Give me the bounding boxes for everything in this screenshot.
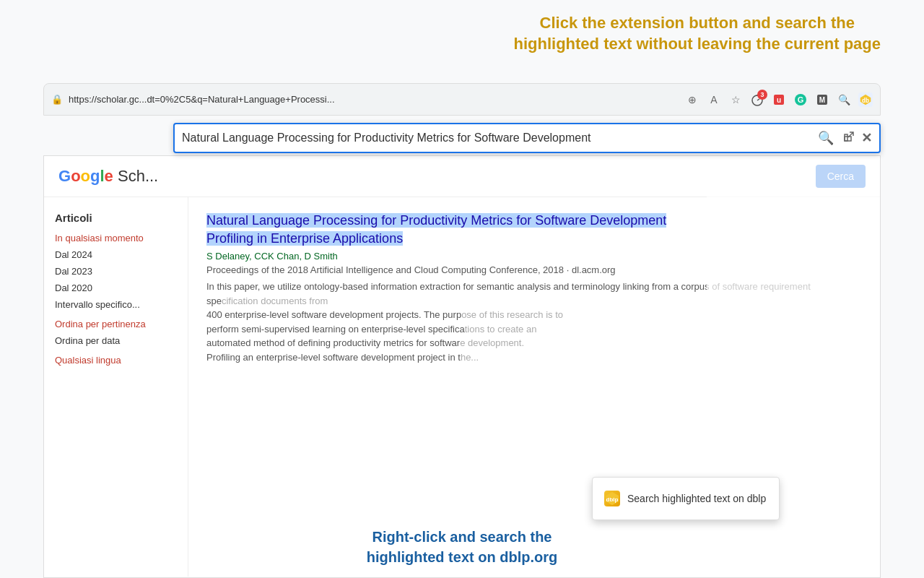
dblp-active-icon[interactable]: db (858, 92, 873, 107)
result-title-link[interactable]: Natural Language Processing for Producti… (206, 213, 666, 246)
result-title-part2: Profiling in Enterprise Applications (206, 231, 403, 246)
sidebar-item-sort-date[interactable]: Ordina per data (55, 335, 177, 346)
section-title: Articoli (55, 212, 177, 224)
read-icon[interactable]: A (707, 92, 721, 107)
external-link-icon[interactable] (842, 130, 855, 146)
snippet-3: perform semi-supervised learning on ente… (206, 324, 465, 335)
lock-icon: 🔒 (51, 94, 63, 105)
bottom-annotation: Right-click and search the highlighted t… (289, 527, 635, 567)
search-submit-icon[interactable]: 🔍 (815, 129, 837, 147)
result-venue-name: Proceedings of the 2018 Artificial Intel… (206, 264, 564, 275)
browser-icons: ⊕ A ☆ 3 u G (685, 92, 873, 107)
context-menu-dblp-item[interactable]: dblp Search highlighted text on dblp (593, 483, 779, 514)
sidebar-item-custom[interactable]: Intervallo specifico... (55, 299, 177, 310)
snippet-5-faded: he... (461, 352, 479, 363)
svg-text:u: u (777, 96, 781, 104)
snippet-4-faded: e development. (460, 337, 524, 348)
bookmark-icon[interactable]: ☆ (728, 92, 743, 107)
browser-chrome: 🔒 https://scholar.gc...dt=0%2C5&q=Natura… (43, 83, 881, 116)
snippet-2-faded: ose of this research is to (461, 309, 563, 320)
sidebar-item-2023[interactable]: Dal 2023 (55, 266, 177, 277)
result-venue-sep: · (567, 264, 572, 275)
url-bar[interactable]: https://scholar.gc...dt=0%2C5&q=Natural+… (69, 94, 679, 105)
timer-extension[interactable]: 3 (750, 92, 764, 107)
snippet-1-faded: cification documents from (222, 296, 328, 306)
context-menu-dblp-label: Search highlighted text on dblp (627, 493, 766, 504)
bottom-annotation-line2: highlighted text on dblp.org (289, 547, 635, 567)
context-menu: dblp Search highlighted text on dblp (592, 477, 780, 520)
momentum-icon[interactable]: M (815, 92, 829, 107)
sidebar-item-anytime[interactable]: In qualsiasi momento (55, 233, 177, 243)
zoom-icon[interactable]: ⊕ (685, 92, 699, 107)
result-title-highlighted: Natural Language Processing for Producti… (206, 213, 666, 228)
sidebar-item-2020[interactable]: Dal 2020 (55, 282, 177, 293)
snippet-5: Profiling an enterprise-level software d… (206, 352, 461, 363)
top-annotation-line2: highlighted text without leaving the cur… (514, 34, 881, 55)
svg-text:G: G (798, 95, 804, 104)
timer-badge: 3 (757, 90, 767, 100)
svg-text:dblp: dblp (606, 496, 619, 503)
top-annotation: Click the extension button and search th… (514, 13, 881, 54)
sidebar-item-sort-relevance[interactable]: Ordina per pertinenza (55, 319, 177, 329)
svg-text:db: db (862, 97, 869, 103)
search-input[interactable] (182, 131, 809, 144)
ublock-icon[interactable]: u (772, 92, 786, 107)
dblp-context-icon: dblp (604, 491, 620, 506)
sidebar-item-2024[interactable]: Dal 2024 (55, 249, 177, 260)
snippet-2: 400 enterprise-level software developmen… (206, 309, 461, 320)
bottom-annotation-line1: Right-click and search the (289, 527, 635, 547)
top-annotation-line1: Click the extension button and search th… (514, 13, 881, 34)
snippet-4: automated method of defining productivit… (206, 337, 460, 348)
snippet-3-faded: tions to create an (465, 324, 537, 335)
search-ext-icon[interactable]: 🔍 (837, 92, 851, 107)
google-logo: Google Sch... (58, 167, 158, 186)
sidebar: Articoli In qualsiasi momento Dal 2024 D… (44, 197, 188, 577)
grammarly-icon[interactable]: G (793, 92, 808, 107)
search-popup: 🔍 ✕ (173, 123, 881, 153)
search-close-icon[interactable]: ✕ (861, 130, 872, 146)
sidebar-item-language[interactable]: Qualsiasi lingua (55, 355, 177, 366)
result-venue-source: dl.acm.org (572, 264, 616, 275)
svg-text:M: M (819, 96, 825, 104)
